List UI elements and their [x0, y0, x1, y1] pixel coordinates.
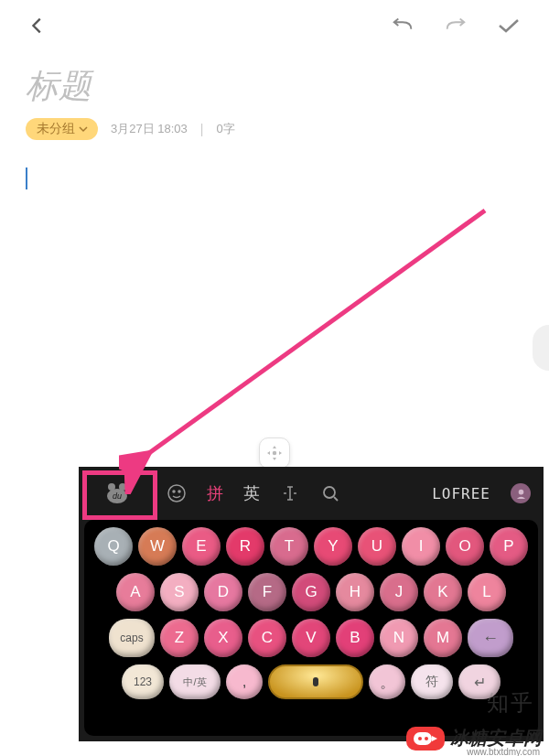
- key-s[interactable]: S: [160, 573, 199, 611]
- confirm-icon[interactable]: [496, 16, 522, 39]
- key-l[interactable]: L: [468, 573, 506, 611]
- key-e[interactable]: E: [182, 527, 221, 566]
- key-g[interactable]: G: [292, 573, 330, 611]
- key-z[interactable]: Z: [160, 619, 199, 657]
- key-y[interactable]: Y: [314, 527, 352, 566]
- key-j[interactable]: J: [380, 573, 418, 611]
- category-text: 未分组: [37, 121, 75, 137]
- key-,[interactable]: ,: [226, 664, 263, 699]
- key-a[interactable]: A: [116, 573, 155, 611]
- watermark-url: www.btxtdmy.com: [467, 747, 540, 756]
- redo-icon[interactable]: [443, 16, 468, 39]
- watermark-badge-icon: [406, 727, 445, 751]
- key-i[interactable]: I: [402, 527, 440, 566]
- key-f[interactable]: F: [248, 573, 286, 611]
- back-icon[interactable]: [27, 16, 48, 39]
- key-space[interactable]: [268, 664, 363, 699]
- key-r[interactable]: R: [226, 527, 264, 566]
- key-w[interactable]: W: [138, 527, 177, 566]
- key-p[interactable]: P: [490, 527, 528, 566]
- key-t[interactable]: T: [270, 527, 308, 566]
- key-caps[interactable]: caps: [109, 619, 155, 657]
- chevron-down-icon: [78, 124, 89, 134]
- side-handle[interactable]: [533, 325, 549, 371]
- svg-point-12: [418, 737, 422, 740]
- zhihu-watermark: 知乎: [487, 688, 534, 718]
- key-d[interactable]: D: [204, 573, 242, 611]
- key-u[interactable]: U: [358, 527, 396, 566]
- word-count: 0字: [216, 121, 234, 137]
- undo-icon[interactable]: [390, 16, 415, 39]
- svg-point-13: [425, 737, 428, 740]
- key-m[interactable]: M: [424, 619, 462, 657]
- key-o[interactable]: O: [446, 527, 484, 566]
- key-b[interactable]: B: [336, 619, 374, 657]
- annotation-arrow: [119, 201, 503, 494]
- meta-divider: |: [200, 122, 204, 136]
- svg-rect-11: [414, 732, 432, 745]
- key-q[interactable]: Q: [94, 527, 133, 566]
- key-中/英[interactable]: 中/英: [169, 664, 221, 699]
- key-v[interactable]: V: [292, 619, 330, 657]
- key-。[interactable]: 。: [369, 664, 405, 699]
- key-k[interactable]: K: [424, 573, 462, 611]
- svg-point-10: [518, 489, 523, 494]
- timestamp: 3月27日 18:03: [111, 121, 188, 137]
- key-←[interactable]: ←: [468, 619, 513, 657]
- category-badge[interactable]: 未分组: [26, 118, 98, 140]
- avatar-icon[interactable]: [511, 483, 531, 503]
- key-x[interactable]: X: [204, 619, 242, 657]
- key-123[interactable]: 123: [122, 664, 164, 699]
- key-h[interactable]: H: [336, 573, 374, 611]
- key-c[interactable]: C: [248, 619, 286, 657]
- key-符[interactable]: 符: [411, 664, 453, 699]
- title-placeholder[interactable]: 标题: [26, 64, 523, 109]
- key-n[interactable]: N: [380, 619, 418, 657]
- text-cursor[interactable]: [26, 167, 27, 189]
- keyboard: du 拼 英 LOFREE QWERTYUIOP ASDFGHJKL capsZ…: [79, 467, 544, 741]
- svg-line-0: [143, 211, 485, 458]
